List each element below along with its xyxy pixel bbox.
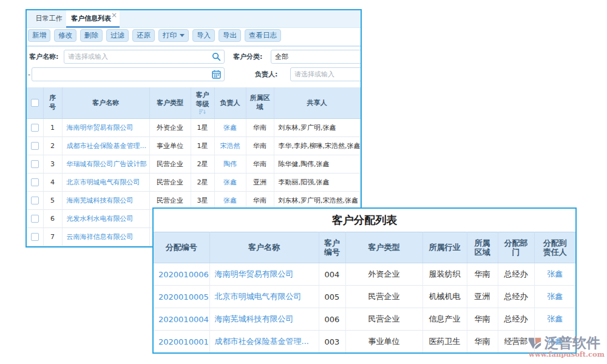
customer-type-cell: 民营企业 (149, 173, 191, 191)
customer-grade-cell: 3星 (191, 191, 214, 209)
customer-type-cell: 事业单位 (149, 136, 191, 155)
date-range-dash: - (28, 67, 30, 81)
allocation-id-link[interactable]: 2020010005 (154, 286, 209, 308)
customer-name-link[interactable]: 成都市社会保险基金管理... (62, 136, 149, 155)
edit-button-label: 修改 (58, 30, 72, 41)
shared-cell: 李华,李婷,柳琳,宋浩然,张鑫 (274, 136, 361, 155)
allocation-region-cell: 华南 (467, 263, 498, 286)
allocation-dept-cell: 总经办 (498, 308, 534, 331)
filter-button[interactable]: 过滤 (106, 29, 129, 42)
col-region: 所属区域 (246, 87, 274, 118)
customer-grade-cell: 1星 (191, 118, 214, 136)
seq-cell: 1 (43, 118, 62, 136)
search-icon[interactable] (212, 52, 221, 61)
seq-cell: 4 (43, 173, 62, 191)
col-shared: 共享人 (274, 87, 361, 118)
col-alloc-dept-label: 分配部门 (504, 238, 528, 257)
row-checkbox[interactable] (31, 142, 39, 150)
allocation-person-link[interactable]: 张鑫 (534, 286, 575, 308)
date-input[interactable] (36, 68, 211, 81)
row-checkbox[interactable] (31, 197, 39, 204)
customer-name-fieldbox (64, 50, 225, 64)
add-button[interactable]: 新增 (28, 29, 50, 42)
customer-category-fieldbox (271, 50, 362, 64)
select-all-checkbox[interactable] (31, 99, 39, 107)
row-checkbox[interactable] (31, 160, 39, 168)
owner-link[interactable]: 张鑫 (214, 118, 246, 136)
allocation-industry-cell: 医药卫生 (422, 331, 467, 353)
customer-name-link[interactable]: 海南明华贸易有限公司 (62, 118, 149, 136)
export-button[interactable]: 导出 (219, 29, 241, 42)
customer-name-link[interactable]: 华瑞城有限公司广告设计部 (62, 155, 149, 173)
customer-row: 2成都市社会保险基金管理...事业单位1星宋浩然华南李华,李婷,柳琳,宋浩然,张… (27, 136, 361, 155)
allocation-person-link[interactable]: 张鑫 (534, 263, 575, 286)
allocation-row: 2020010004海南芜城科技有限公司006民营企业信息产业华南总经办张鑫 (154, 308, 575, 331)
col-customer-name: 客户名称 (62, 87, 149, 118)
customer-name-link[interactable]: 光发水利水电有限公司 (62, 209, 149, 228)
edit-button[interactable]: 修改 (54, 29, 76, 42)
col-alloc-id: 分配编号 (154, 232, 209, 263)
allocation-customer-name-link[interactable]: 成都市社会保险基金管理... (209, 331, 319, 353)
allocation-id-link[interactable]: 2020010004 (154, 308, 209, 331)
row-checkbox[interactable] (31, 233, 39, 241)
allocation-id-link[interactable]: 2020010001 (154, 331, 209, 353)
customer-name-link[interactable]: 海南芜城科技有限公司 (62, 191, 149, 209)
row-checkbox[interactable] (31, 178, 39, 186)
print-button[interactable]: 打印 (158, 29, 189, 42)
col-seq-label: 序号 (49, 93, 56, 112)
filter-button-label: 过滤 (110, 30, 124, 41)
allocation-id-link[interactable]: 2020010006 (154, 263, 209, 286)
sort-icon[interactable] (199, 109, 206, 115)
owner-input[interactable] (294, 68, 362, 81)
allocation-type-cell: 民营企业 (345, 308, 422, 331)
watermark: 泛普软件 www.fanpusoft.com (527, 334, 607, 361)
row-select-cell (27, 173, 43, 191)
allocation-dept-cell: 总经办 (498, 286, 534, 308)
allocation-customer-name-link[interactable]: 海南明华贸易有限公司 (209, 263, 319, 286)
allocation-person-link[interactable]: 张鑫 (534, 308, 575, 331)
delete-button[interactable]: 删除 (80, 29, 103, 42)
row-checkbox[interactable] (31, 215, 39, 223)
seq-cell: 3 (43, 155, 62, 173)
tab-bar: 日常工作 客户信息列表 × (27, 10, 361, 28)
allocation-customer-name-link[interactable]: 北京市明城电气有限公司 (209, 286, 319, 308)
owner-link[interactable]: 宋浩然 (214, 136, 246, 155)
filter-area: 客户名称: 客户分类: - (27, 47, 361, 87)
col-customer-grade[interactable]: 客户等级 (191, 87, 214, 118)
owner-link[interactable]: 张鑫 (214, 191, 246, 209)
row-checkbox[interactable] (31, 124, 39, 132)
col-alloc-person-label: 分配到责任人 (543, 238, 567, 257)
calendar-icon[interactable] (212, 70, 221, 79)
restore-button[interactable]: 还原 (132, 29, 155, 42)
add-button-label: 新增 (32, 30, 46, 41)
customer-grade-cell: 2星 (191, 155, 214, 173)
import-button[interactable]: 导入 (192, 29, 215, 42)
allocation-industry-cell: 服装纺织 (422, 263, 467, 286)
col-alloc-industry: 所属行业 (422, 232, 467, 263)
allocation-region-cell: 华南 (467, 308, 498, 331)
owner-label: 负责人: (255, 67, 277, 81)
region-cell: 华南 (246, 155, 274, 173)
customer-name-link[interactable]: 云南海祥信息有限公司 (62, 228, 149, 246)
customer-name-link[interactable]: 北京市明城电气有限公司 (62, 173, 149, 191)
allocation-code-cell: 003 (319, 331, 345, 353)
shared-cell: 陈华健,陶伟,张鑫 (274, 155, 361, 173)
owner-link[interactable]: 张鑫 (214, 173, 246, 191)
customer-row: 3华瑞城有限公司广告设计部民营企业2星陶伟华南陈华健,陶伟,张鑫 (27, 155, 361, 173)
allocation-code-cell: 006 (319, 308, 345, 331)
owner-link[interactable]: 陶伟 (214, 155, 246, 173)
tab-daily-work[interactable]: 日常工作 (32, 10, 66, 28)
allocation-type-cell: 民营企业 (345, 286, 422, 308)
region-cell: 华南 (246, 136, 274, 155)
tab-customer-info-list[interactable]: 客户信息列表 × (66, 10, 120, 28)
seq-cell: 6 (43, 209, 62, 228)
view-log-button[interactable]: 查看日志 (245, 29, 281, 42)
customer-category-select[interactable] (275, 50, 362, 63)
shared-cell: 刘东林,罗广明,张鑫 (274, 118, 361, 136)
col-alloc-customer-code-label: 客户编号 (324, 238, 341, 257)
allocation-customer-name-link[interactable]: 海南芜城科技有限公司 (209, 308, 319, 331)
allocation-code-cell: 004 (319, 263, 345, 286)
tab-close-icon[interactable]: × (111, 12, 117, 19)
customer-name-input[interactable] (68, 50, 211, 63)
watermark-url-text: www.fanpusoft.com (529, 350, 602, 359)
